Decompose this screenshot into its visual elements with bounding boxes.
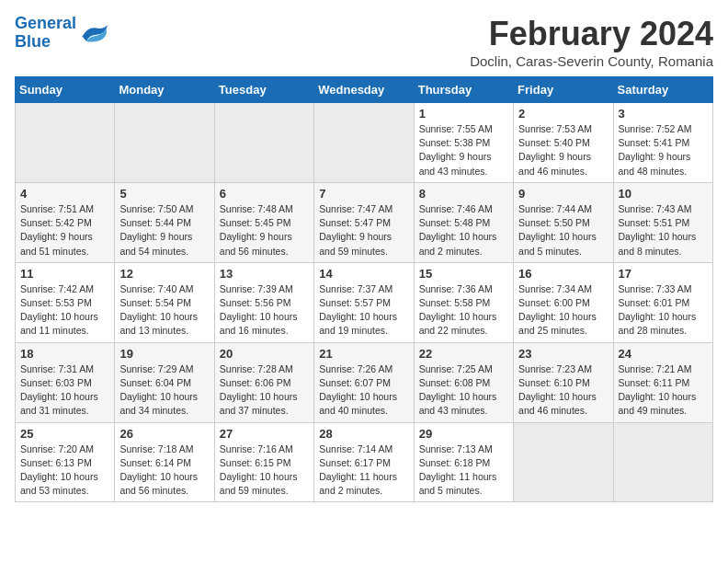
sunset-label: Sunset: 6:10 PM	[518, 377, 590, 388]
sunset-label: Sunset: 6:18 PM	[419, 457, 491, 468]
sunrise-label: Sunrise: 7:21 AM	[619, 363, 692, 374]
sunset-label: Sunset: 5:41 PM	[619, 137, 690, 148]
sunset-label: Sunset: 6:15 PM	[220, 457, 291, 468]
day-info: Sunrise: 7:16 AM Sunset: 6:15 PM Dayligh…	[220, 442, 309, 499]
header-thursday: Thursday	[414, 77, 513, 103]
calendar-cell: 27 Sunrise: 7:16 AM Sunset: 6:15 PM Dayl…	[214, 422, 313, 502]
day-info: Sunrise: 7:13 AM Sunset: 6:18 PM Dayligh…	[419, 442, 508, 499]
sunset-label: Sunset: 6:08 PM	[419, 377, 491, 388]
sunset-label: Sunset: 5:44 PM	[119, 217, 191, 228]
calendar-week-1: 1 Sunrise: 7:55 AM Sunset: 5:38 PM Dayli…	[16, 103, 713, 183]
sunrise-label: Sunrise: 7:29 AM	[119, 363, 193, 374]
day-number: 13	[220, 267, 309, 281]
day-number: 27	[220, 427, 309, 441]
day-number: 1	[419, 107, 508, 121]
calendar-subtitle: Doclin, Caras-Severin County, Romania	[470, 53, 713, 69]
sunrise-label: Sunrise: 7:36 AM	[419, 283, 493, 294]
sunrise-label: Sunrise: 7:42 AM	[20, 283, 94, 294]
calendar-cell: 20 Sunrise: 7:28 AM Sunset: 6:06 PM Dayl…	[214, 342, 313, 422]
calendar-cell: 4 Sunrise: 7:51 AM Sunset: 5:42 PM Dayli…	[16, 182, 115, 262]
calendar-cell: 28 Sunrise: 7:14 AM Sunset: 6:17 PM Dayl…	[314, 422, 414, 502]
day-info: Sunrise: 7:50 AM Sunset: 5:44 PM Dayligh…	[119, 202, 209, 259]
calendar-cell	[613, 422, 712, 502]
day-info: Sunrise: 7:40 AM Sunset: 5:54 PM Dayligh…	[119, 282, 209, 339]
sunset-label: Sunset: 6:01 PM	[619, 297, 690, 308]
daylight-label: Daylight: 11 hours and 2 minutes.	[319, 471, 397, 496]
day-info: Sunrise: 7:23 AM Sunset: 6:10 PM Dayligh…	[518, 362, 608, 419]
day-number: 7	[319, 187, 408, 201]
sunrise-label: Sunrise: 7:31 AM	[20, 363, 94, 374]
header-friday: Friday	[514, 77, 613, 103]
calendar-cell: 8 Sunrise: 7:46 AM Sunset: 5:48 PM Dayli…	[414, 182, 513, 262]
day-info: Sunrise: 7:47 AM Sunset: 5:47 PM Dayligh…	[319, 202, 408, 259]
sunrise-label: Sunrise: 7:37 AM	[319, 283, 392, 294]
daylight-label: Daylight: 10 hours and 13 minutes.	[119, 311, 198, 336]
sunset-label: Sunset: 5:38 PM	[419, 137, 491, 148]
day-info: Sunrise: 7:28 AM Sunset: 6:06 PM Dayligh…	[220, 362, 309, 419]
daylight-label: Daylight: 10 hours and 19 minutes.	[319, 311, 397, 336]
sunset-label: Sunset: 6:14 PM	[119, 457, 191, 468]
day-number: 14	[319, 267, 408, 281]
sunrise-label: Sunrise: 7:44 AM	[518, 203, 592, 214]
day-info: Sunrise: 7:18 AM Sunset: 6:14 PM Dayligh…	[119, 442, 209, 499]
day-info: Sunrise: 7:55 AM Sunset: 5:38 PM Dayligh…	[419, 122, 508, 178]
calendar-cell: 5 Sunrise: 7:50 AM Sunset: 5:44 PM Dayli…	[115, 182, 214, 262]
sunset-label: Sunset: 5:45 PM	[220, 217, 291, 228]
day-number: 29	[419, 427, 508, 441]
calendar-title: February 2024	[470, 15, 713, 53]
daylight-label: Daylight: 10 hours and 37 minutes.	[220, 391, 298, 416]
sunset-label: Sunset: 6:07 PM	[319, 377, 391, 388]
daylight-label: Daylight: 10 hours and 40 minutes.	[319, 391, 397, 416]
daylight-label: Daylight: 10 hours and 2 minutes.	[419, 231, 497, 256]
calendar-cell	[314, 103, 414, 183]
header-wednesday: Wednesday	[314, 77, 414, 103]
day-info: Sunrise: 7:53 AM Sunset: 5:40 PM Dayligh…	[518, 122, 608, 178]
sunrise-label: Sunrise: 7:23 AM	[518, 363, 592, 374]
calendar-cell: 15 Sunrise: 7:36 AM Sunset: 5:58 PM Dayl…	[414, 262, 513, 342]
day-info: Sunrise: 7:51 AM Sunset: 5:42 PM Dayligh…	[20, 202, 109, 259]
day-number: 21	[319, 347, 408, 361]
sunset-label: Sunset: 5:47 PM	[319, 217, 391, 228]
daylight-label: Daylight: 10 hours and 53 minutes.	[20, 471, 98, 496]
day-info: Sunrise: 7:42 AM Sunset: 5:53 PM Dayligh…	[20, 282, 109, 339]
day-number: 15	[419, 267, 508, 281]
sunset-label: Sunset: 6:17 PM	[319, 457, 391, 468]
sunrise-label: Sunrise: 7:50 AM	[119, 203, 193, 214]
header-monday: Monday	[115, 77, 214, 103]
daylight-label: Daylight: 9 hours and 43 minutes.	[419, 151, 492, 176]
calendar-cell	[514, 422, 613, 502]
day-number: 3	[619, 107, 708, 121]
sunrise-label: Sunrise: 7:14 AM	[319, 443, 392, 454]
day-info: Sunrise: 7:36 AM Sunset: 5:58 PM Dayligh…	[419, 282, 508, 339]
day-number: 19	[119, 347, 209, 361]
calendar-cell: 6 Sunrise: 7:48 AM Sunset: 5:45 PM Dayli…	[214, 182, 313, 262]
title-block: February 2024 Doclin, Caras-Severin Coun…	[470, 15, 713, 69]
sunrise-label: Sunrise: 7:28 AM	[220, 363, 293, 374]
sunrise-label: Sunrise: 7:51 AM	[20, 203, 94, 214]
day-number: 4	[20, 187, 109, 201]
sunrise-label: Sunrise: 7:26 AM	[319, 363, 392, 374]
daylight-label: Daylight: 10 hours and 11 minutes.	[20, 311, 98, 336]
day-info: Sunrise: 7:44 AM Sunset: 5:50 PM Dayligh…	[518, 202, 608, 259]
day-number: 23	[518, 347, 608, 361]
day-number: 20	[220, 347, 309, 361]
calendar-cell	[214, 103, 313, 183]
sunrise-label: Sunrise: 7:52 AM	[619, 123, 692, 134]
sunrise-label: Sunrise: 7:25 AM	[419, 363, 493, 374]
sunrise-label: Sunrise: 7:33 AM	[619, 283, 692, 294]
calendar-cell: 3 Sunrise: 7:52 AM Sunset: 5:41 PM Dayli…	[613, 103, 712, 183]
sunrise-label: Sunrise: 7:43 AM	[619, 203, 692, 214]
day-number: 26	[119, 427, 209, 441]
sunrise-label: Sunrise: 7:16 AM	[220, 443, 293, 454]
calendar-cell: 11 Sunrise: 7:42 AM Sunset: 5:53 PM Dayl…	[16, 262, 115, 342]
day-info: Sunrise: 7:14 AM Sunset: 6:17 PM Dayligh…	[319, 442, 408, 499]
daylight-label: Daylight: 10 hours and 49 minutes.	[619, 391, 697, 416]
calendar-cell: 22 Sunrise: 7:25 AM Sunset: 6:08 PM Dayl…	[414, 342, 513, 422]
calendar-cell: 10 Sunrise: 7:43 AM Sunset: 5:51 PM Dayl…	[613, 182, 712, 262]
day-info: Sunrise: 7:33 AM Sunset: 6:01 PM Dayligh…	[619, 282, 708, 339]
day-number: 10	[619, 187, 708, 201]
daylight-label: Daylight: 10 hours and 16 minutes.	[220, 311, 298, 336]
daylight-label: Daylight: 10 hours and 8 minutes.	[619, 231, 697, 256]
calendar-table: SundayMondayTuesdayWednesdayThursdayFrid…	[15, 76, 713, 502]
sunset-label: Sunset: 5:58 PM	[419, 297, 491, 308]
